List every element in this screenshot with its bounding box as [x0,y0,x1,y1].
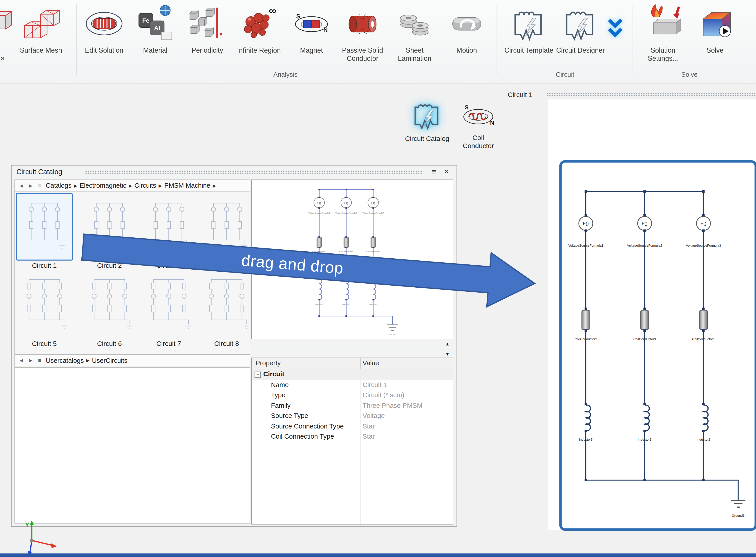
designer-pane-drag-handle[interactable] [546,93,756,96]
ribbon-button-periodicity[interactable]: Periodicity [182,2,232,64]
splitter-down-icon[interactable]: ▼ [443,350,452,358]
splitter-up-icon[interactable]: ▲ [443,340,452,348]
circuit-preview-graphic: F() F() F() VoltageSourceFormula1 Voltag… [252,180,452,338]
list-view-icon[interactable]: ≡ [36,182,43,189]
breadcrumb-item[interactable]: Catalogs [45,182,72,189]
circuit-thumbnail-graphic [145,196,193,258]
breadcrumb-item[interactable]: PMSM Machine [164,182,211,189]
circuit-thumbnail-graphic [145,274,193,336]
user-circuits-list[interactable] [14,367,250,524]
collapse-toggle-icon[interactable]: − [255,372,261,378]
ribbon-button-magnet[interactable]: S N Magnet [286,2,337,64]
ribbon-group-separator [76,4,77,75]
circuit-template-icon [504,2,554,46]
ribbon-button-solution-settings[interactable]: Solution Settings... [638,2,688,64]
coil-conductor-button[interactable]: S N Coil Conductor [459,99,498,150]
svg-text:F(): F() [317,201,321,205]
panel-drag-handle[interactable] [85,170,423,174]
circuit-catalog-button[interactable]: Circuit Catalog [405,98,449,143]
ribbon-button-edit-solution[interactable]: Edit Solution [79,2,129,64]
ribbon-button-sheet-lamination[interactable]: Sheet Lamination [389,2,440,64]
breadcrumb-arrow-icon: ▶ [213,183,216,188]
catalog-item-circuit-5[interactable]: Circuit 5 [15,271,73,349]
ribbon-button-passive-solid-conductor[interactable]: Passive Solid Conductor [338,2,388,64]
catalog-item-circuit-6[interactable]: Circuit 6 [81,271,138,349]
circuit-designer-canvas[interactable]: F() F() F() VoltageSourceFormula1 Voltag… [559,160,756,531]
surface-mesh-icon [16,2,66,46]
material-icon: Fe Al [130,2,180,46]
property-value: Circuit (*.scm) [363,390,404,400]
inductor-component[interactable] [586,405,708,431]
catalog-browser: ◄ ► ≡ Catalogs ▶ Electromagnetic ▶ Circu… [14,180,250,355]
sheet-lamination-icon [389,2,440,46]
cut-off-ribbon-icon [0,3,13,39]
svg-text:Inductor2: Inductor2 [697,438,711,441]
catalog-item-label: Circuit 6 [97,340,122,347]
back-icon[interactable]: ◄ [18,357,25,364]
svg-text:F(): F() [344,201,348,205]
forward-icon[interactable]: ► [27,357,34,364]
ribbon-button-surface-mesh[interactable]: Surface Mesh [16,2,66,64]
svg-text:Inductor3: Inductor3 [579,438,593,441]
ribbon-button-circuit-designer[interactable]: Circuit Designer [556,2,605,64]
catalog-item-label: Circuit 4 [214,262,239,269]
expand-chevron-icon[interactable] [605,17,625,40]
property-value: Star [363,421,375,432]
property-name: Coil Connection Type [271,432,334,442]
catalog-item-circuit-2[interactable]: Circuit 2 [81,193,138,271]
breadcrumb-arrow-icon: ▶ [159,183,162,188]
solve-icon [690,2,740,46]
svg-text:F(): F() [583,221,589,226]
ribbon-button-material[interactable]: Fe Al Material [130,2,180,64]
voltage-source-component[interactable]: F() F() F() [579,216,711,230]
list-view-icon[interactable]: ≡ [36,357,43,364]
circuit-thumbnail-graphic [86,274,133,336]
breadcrumb-item[interactable]: Circuits [134,182,157,189]
axes-triad: Y [7,519,60,557]
catalog-item-label: Circuit 1 [32,262,57,269]
ground-component[interactable] [731,500,745,507]
circuit-catalog-label: Circuit Catalog [405,135,449,143]
coil-conductor-component[interactable] [582,310,707,330]
ribbon-button-circuit-template[interactable]: Circuit Template [504,2,554,64]
svg-text:Inductor3: Inductor3 [315,303,323,306]
component-labels: VoltageSourceFormula1 VoltageSourceFormu… [568,244,745,518]
catalog-item-circuit-1[interactable]: Circuit 1 [15,193,73,271]
breadcrumb-arrow-icon: ▶ [129,183,132,188]
ribbon-group-separator [633,4,633,75]
svg-text:CoilConductor3: CoilConductor3 [633,338,656,341]
svg-text:Inductor1: Inductor1 [342,303,351,306]
forward-icon[interactable]: ► [27,182,34,189]
svg-text:Ground1: Ground1 [732,514,745,518]
svg-text:∞: ∞ [269,5,276,17]
ribbon-button-label: Solution Settings... [638,46,688,64]
svg-text:CoilConductor1: CoilConductor1 [692,338,715,341]
ribbon-button-label: Motion [442,46,492,64]
panel-close-icon[interactable]: ✕ [442,167,451,177]
circuit-thumbnail-graphic [202,196,251,258]
breadcrumb-arrow-icon: ▶ [86,358,90,363]
ribbon-button-label: Passive Solid Conductor [338,46,388,64]
svg-text:Ground1: Ground1 [388,333,397,336]
ribbon-button-label: Edit Solution [79,46,129,64]
svg-text:F(): F() [700,221,706,226]
ribbon-button-label: Material [130,46,180,64]
catalog-item-circuit-7[interactable]: Circuit 7 [140,271,198,349]
breadcrumb-item[interactable]: UserCircuits [92,357,128,364]
panel-menu-icon[interactable]: ≡ [429,167,439,177]
back-icon[interactable]: ◄ [18,182,25,189]
breadcrumb-item[interactable]: Electromagnetic [79,182,127,189]
ribbon-button-solve[interactable]: Solve [690,2,740,64]
svg-text:Fe: Fe [143,17,150,24]
catalog-item-circuit-4[interactable]: Circuit 4 [198,193,255,271]
cut-off-ribbon-label: s [1,54,4,62]
ribbon-button-infinite-region[interactable]: ∞ Infinite Region [234,2,284,64]
catalog-item-circuit-3[interactable]: Circuit 3 [140,193,198,271]
circuit-thumbnail-graphic [202,274,251,336]
catalog-item-circuit-8[interactable]: Circuit 8 [198,271,255,349]
svg-text:Al: Al [154,25,160,31]
ribbon-button-motion[interactable]: Motion [442,2,492,64]
breadcrumb-item[interactable]: Usercatalogs [45,357,84,364]
user-catalog-bar: ◄ ► ≡ Usercatalogs ▶ UserCircuits [14,355,250,367]
svg-text:CoilConductor2: CoilConductor2 [312,251,326,253]
